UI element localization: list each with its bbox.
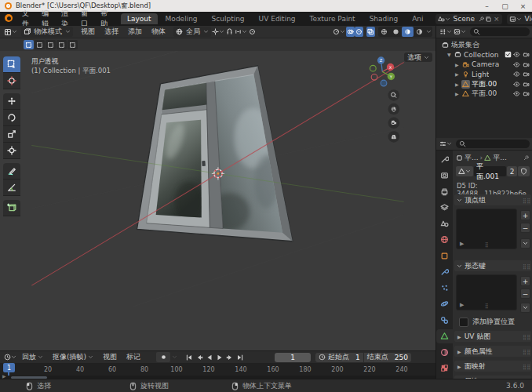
viewport-menu-3[interactable]: 物体 (147, 27, 170, 37)
pin-icon[interactable] (523, 154, 530, 162)
timeline-menu-3[interactable]: 标记 (122, 352, 145, 362)
collapsed-panel-0[interactable]: ▶ UV 贴图 ⣿⣿ (454, 331, 531, 342)
timeline-ruler[interactable]: 1 20406080100120140160180200220240 (0, 363, 435, 376)
options-dropdown[interactable]: 选项 (404, 53, 432, 62)
outliner-row-00[interactable]: ▶平面.00 (436, 79, 532, 89)
workspace-tab-ani[interactable]: Ani (406, 13, 429, 24)
jump-start-button[interactable] (184, 353, 194, 362)
auto-keying-button[interactable] (156, 352, 170, 362)
maximize-button[interactable]: ▢ (496, 0, 514, 12)
shading-wireframe-button[interactable] (378, 27, 390, 37)
select-mode-set[interactable] (24, 40, 34, 49)
properties-tab-data[interactable] (436, 329, 453, 343)
show-gizmos-dropdown[interactable] (332, 27, 346, 37)
viewlayer-selector[interactable]: ViewLayer × (507, 14, 532, 24)
toggle-xray-button[interactable] (366, 27, 375, 37)
properties-tab-tool[interactable] (436, 152, 453, 166)
properties-tab-texture[interactable] (436, 361, 453, 376)
disable-render-icon[interactable] (523, 51, 530, 58)
mode-dropdown[interactable]: 物体模式 (21, 27, 73, 37)
properties-tab-modifiers[interactable] (436, 265, 453, 279)
minimize-button[interactable]: – (478, 0, 496, 12)
properties-tab-view-layer[interactable] (436, 201, 453, 215)
snap-target-dropdown[interactable] (234, 27, 248, 37)
scene-selector[interactable]: Scene × (435, 14, 502, 24)
transform-orientation-dropdown[interactable]: 全局 (173, 27, 211, 37)
shading-solid-button[interactable] (390, 27, 402, 37)
disable-render-icon[interactable] (523, 61, 530, 68)
pivot-point-dropdown[interactable] (211, 27, 225, 37)
datablock-type-button[interactable] (456, 166, 473, 176)
expand-icon[interactable]: ▶ (455, 71, 461, 77)
editor-type-button[interactable] (3, 27, 18, 37)
vertex-group-add-button[interactable]: + (520, 210, 530, 220)
playhead[interactable]: 1 (3, 363, 15, 372)
close-button[interactable]: × (514, 0, 532, 12)
viewport-menu-2[interactable]: 添加 (123, 27, 147, 37)
tool-rotate[interactable] (3, 110, 20, 126)
nav-perspective-button[interactable] (388, 131, 400, 143)
prev-keyframe-button[interactable] (194, 353, 204, 362)
expand-icon[interactable]: ▶ (455, 91, 461, 96)
show-overlays-dropdown[interactable] (346, 27, 355, 37)
rest-position-checkbox[interactable] (459, 318, 468, 327)
properties-tab-material[interactable] (436, 345, 453, 359)
properties-tab-output[interactable] (436, 184, 453, 198)
hide-eye-icon[interactable] (513, 71, 520, 78)
select-mode-invert[interactable] (56, 40, 67, 49)
shape-key-add-button[interactable]: + (520, 276, 530, 286)
panel-grip[interactable]: ⣿⣿ (523, 334, 531, 339)
hide-eye-icon[interactable] (513, 61, 520, 68)
pin-icon[interactable] (478, 16, 485, 23)
play-button[interactable] (214, 353, 224, 362)
disable-render-icon[interactable] (523, 81, 530, 88)
datablock-name-field[interactable]: 平面.001 (474, 166, 506, 176)
nav-zoom-button[interactable] (388, 89, 400, 101)
tool-box-select[interactable] (3, 56, 20, 73)
tool-add-cube[interactable] (3, 200, 20, 216)
disable-render-icon[interactable] (523, 90, 530, 97)
close-icon[interactable]: × (494, 15, 500, 23)
hide-eye-icon[interactable] (513, 90, 520, 97)
tool-transform[interactable] (3, 143, 20, 159)
tool-measure[interactable] (3, 180, 20, 196)
expand-icon[interactable]: ▶ (2, 373, 6, 379)
outliner-row-Light[interactable]: ▶Light (436, 70, 532, 80)
list-grip[interactable]: ⣿ (485, 241, 489, 247)
outliner-editor-type-button[interactable] (439, 27, 453, 37)
outliner-row-[interactable]: 场景集合 (436, 40, 532, 50)
tool-scale[interactable] (3, 126, 20, 143)
vertex-groups-list[interactable]: ▶ ⣿ (456, 209, 517, 249)
workspace-tab-shading[interactable]: Shading (363, 13, 405, 24)
frame-end-field[interactable]: 结束点 250 (364, 353, 411, 362)
outliner-row-00[interactable]: ▶平面.00 (436, 89, 532, 100)
shape-keys-list[interactable]: ▶ ⣿ (456, 274, 517, 310)
shape-key-remove-button[interactable]: − (520, 289, 530, 299)
properties-tab-physics[interactable] (436, 297, 453, 311)
vertex-groups-panel-header[interactable]: 顶点组 ⣿⣿ (454, 194, 531, 205)
copy-icon[interactable] (485, 16, 492, 23)
hide-eye-icon[interactable] (513, 81, 520, 88)
properties-tab-constraints[interactable] (436, 313, 453, 327)
tool-cursor[interactable] (3, 73, 20, 89)
select-mode-subtract[interactable] (46, 40, 56, 49)
timeline-menu-1[interactable]: 抠像(插帧) (48, 352, 98, 362)
workspace-tab-modeling[interactable]: Modeling (159, 13, 204, 24)
timeline-menu-2[interactable]: 视图 (98, 352, 122, 362)
collapsed-panel-1[interactable]: ▶ 颜色属性 ⣿⣿ (454, 346, 531, 357)
disable-render-icon[interactable] (523, 71, 530, 78)
properties-tab-particles[interactable] (436, 281, 453, 295)
expand-icon[interactable]: ▶ (460, 241, 464, 247)
shape-key-specials-button[interactable] (520, 303, 530, 313)
next-keyframe-button[interactable] (224, 353, 235, 362)
panel-grip[interactable]: ⣿⣿ (523, 263, 531, 269)
blender-menu-icon[interactable] (5, 14, 13, 24)
proportional-edit-button[interactable] (248, 27, 257, 37)
collapsed-panel-2[interactable]: ▶ 面映射 ⣿⣿ (454, 361, 531, 372)
panel-grip[interactable]: ⣿⣿ (523, 198, 531, 203)
nav-pan-button[interactable] (388, 103, 400, 115)
expand-icon[interactable]: ▶ (455, 82, 461, 87)
panel-grip[interactable]: ⣿⣿ (523, 364, 531, 369)
select-mode-extend[interactable] (35, 40, 45, 49)
tool-annotate[interactable] (3, 163, 20, 180)
